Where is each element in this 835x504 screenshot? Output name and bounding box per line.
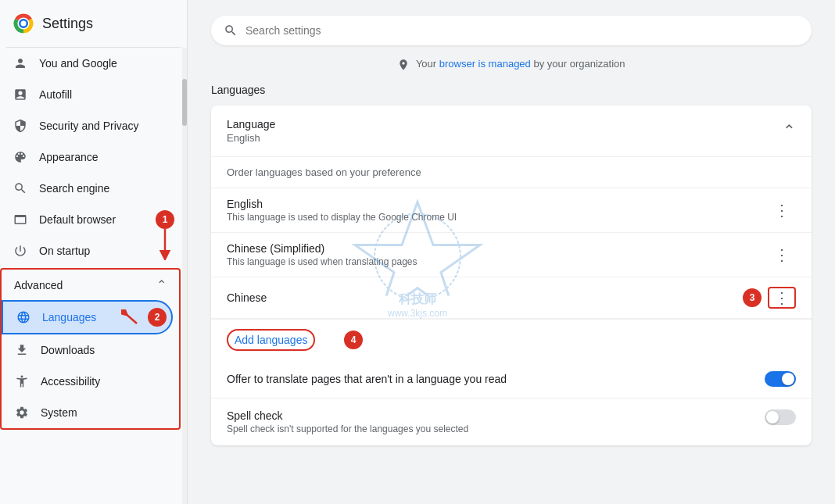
shield-icon [13,118,28,134]
search-icon [13,181,28,196]
lang-name-chinese-simplified: Chinese (Simplified) [227,242,418,255]
default-browser-startup-group: Default browser On startup 1 [0,204,187,266]
sidebar-item-label: Languages [42,311,96,323]
sidebar-item-label: Appearance [39,151,99,163]
system-icon [14,405,30,420]
svg-point-5 [21,21,27,27]
sidebar-item-label: You and Google [39,57,117,70]
sidebar-item-label: Downloads [41,344,95,356]
banner-text-before: Your [416,58,439,70]
translate-toggle-row: Offer to translate pages that aren't in … [211,360,812,399]
advanced-label: Advanced [14,279,63,291]
spell-check-row: Spell check Spell check isn't supported … [211,399,812,445]
lang-name-english: English [227,198,457,210]
download-icon [14,342,30,358]
appearance-icon [13,149,28,165]
search-input[interactable] [245,24,799,37]
chrome-logo-icon [13,13,34,34]
advanced-header[interactable]: Advanced ⌃ [2,270,179,300]
sidebar-item-languages[interactable]: Languages [2,300,173,334]
language-row-chinese-simplified: Chinese (Simplified) This language is us… [211,233,812,277]
lang-menu-english[interactable]: ⋮ [768,199,796,221]
sidebar-item-search-engine[interactable]: Search engine [0,173,181,204]
language-label: Language [227,118,275,130]
languages-item-wrapper: Languages 2 [2,300,179,334]
translate-label: Offer to translate pages that aren't in … [227,373,765,385]
language-row-chinese: Chinese 3 ⋮ [211,277,812,319]
sidebar-item-downloads[interactable]: Downloads [2,334,173,366]
lang-desc-chinese-simplified: This language is used when translating p… [227,256,418,267]
chevron-up-icon-card[interactable]: ⌃ [783,121,796,140]
advanced-items: Languages 2 Downloads [2,300,179,428]
lang-name-chinese: Chinese [227,291,267,304]
sidebar-item-label: On startup [39,245,90,257]
lang-menu-chinese[interactable]: ⋮ [768,287,796,309]
spell-check-sublabel: Spell check isn't supported for the lang… [227,424,468,434]
sidebar-item-appearance[interactable]: Appearance [0,141,181,173]
language-card-header: Language English ⌃ [211,105,812,157]
spell-check-text: Spell check Spell check isn't supported … [227,409,468,434]
managed-link[interactable]: browser is managed [439,58,531,70]
accessibility-icon [14,374,30,389]
search-icon [224,23,238,38]
badge-4: 4 [344,331,363,349]
lang-desc-english: This language is used to display the Goo… [227,212,457,223]
toggle-thumb [782,373,794,385]
sidebar-item-you-and-google[interactable]: You and Google [0,48,181,79]
sidebar-item-label: System [41,406,77,419]
lang-info-chinese: Chinese [227,291,267,304]
add-languages-row: Add languages 4 [211,319,812,360]
badge-3: 3 [743,288,762,307]
spell-check-toggle[interactable] [765,409,796,425]
sidebar-item-label: Search engine [39,182,109,195]
chevron-up-icon: ⌃ [156,277,167,292]
main-content: Your browser is managed by your organiza… [188,0,835,504]
sidebar-item-autofill[interactable]: Autofill [0,79,181,110]
language-value: English [227,132,275,144]
language-card: Language English ⌃ Order languages based… [211,105,812,445]
banner-text-after: by your organization [531,58,625,70]
sidebar-item-default-browser[interactable]: Default browser [0,204,181,235]
order-language-label: Order languages based on your preference [211,157,812,188]
info-banner: Your browser is managed by your organiza… [211,58,812,71]
toggle-thumb-spell [766,411,779,424]
sidebar: Settings You and Google Autofill Securit… [0,0,188,504]
sidebar-item-label: Default browser [39,213,116,226]
sidebar-header: Settings [0,0,187,47]
startup-icon [13,243,28,259]
person-icon [13,55,28,71]
sidebar-item-label: Autofill [39,88,72,101]
sidebar-item-label: Accessibility [41,375,100,388]
sidebar-item-accessibility[interactable]: Accessibility [2,366,173,397]
section-title: Languages [211,84,812,96]
sidebar-item-label: Security and Privacy [39,120,139,132]
sidebar-scroll: You and Google Autofill Security and Pri… [0,48,187,504]
sidebar-item-system[interactable]: System [2,397,173,428]
add-languages-button[interactable]: Add languages [227,329,315,351]
lang-info-english: English This language is used to display… [227,198,457,223]
spell-check-label: Spell check [227,409,468,422]
search-bar [211,16,812,45]
autofill-icon [13,87,28,102]
language-header-text: Language English [227,118,275,144]
lang-info-chinese-simplified: Chinese (Simplified) This language is us… [227,242,418,267]
app-title: Settings [42,16,93,32]
advanced-section: Advanced ⌃ Languages [0,268,181,430]
lang-menu-chinese-simplified[interactable]: ⋮ [768,244,796,266]
browser-icon [13,212,28,227]
chinese-row-actions: 3 ⋮ [743,287,796,309]
globe-icon [16,309,31,325]
sidebar-item-security-privacy[interactable]: Security and Privacy [0,110,181,141]
sidebar-item-on-startup[interactable]: On startup [0,235,181,266]
building-icon [397,59,410,71]
translate-toggle[interactable] [765,371,796,387]
language-row-english: English This language is used to display… [211,188,812,233]
